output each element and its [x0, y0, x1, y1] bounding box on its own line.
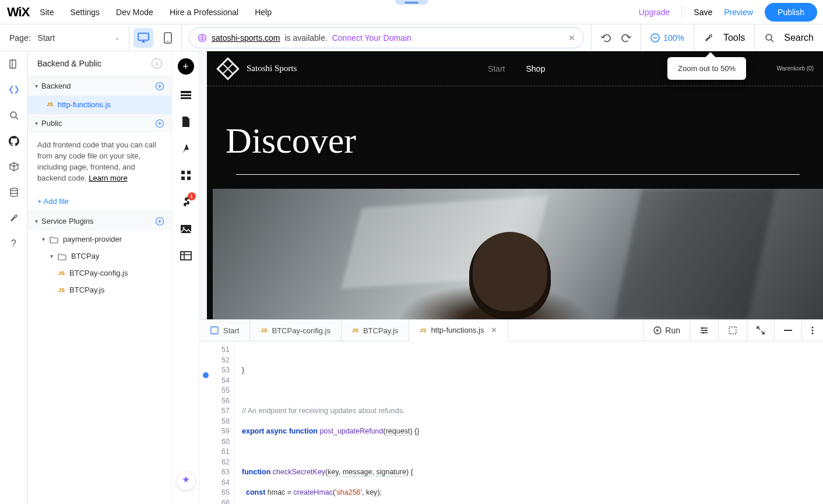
upgrade-link[interactable]: Upgrade — [639, 8, 670, 17]
folder-btcpay[interactable]: ▾ BTCPay — [28, 248, 171, 265]
tools-group[interactable]: Tools — [694, 24, 754, 51]
rail-code-icon[interactable] — [8, 84, 20, 96]
media-icon[interactable] — [180, 223, 192, 235]
my-business-icon[interactable]: 1 — [180, 196, 192, 209]
sections-icon[interactable] — [180, 89, 192, 101]
nav-start[interactable]: Start — [488, 64, 505, 73]
rail-tools-icon[interactable] — [8, 212, 20, 224]
apps-icon[interactable] — [180, 169, 192, 182]
rail-search-icon[interactable] — [8, 110, 20, 121]
code-content[interactable]: } // An endpoint for receiving updates a… — [235, 341, 823, 504]
add-plugin-icon[interactable] — [155, 217, 164, 227]
nav-shop[interactable]: Shop — [526, 64, 545, 73]
code-tab-start[interactable]: Start — [200, 320, 250, 341]
folder-payment-provider[interactable]: ▾ payment-provider — [28, 231, 171, 248]
zoom-out-icon — [650, 33, 660, 43]
preview-button[interactable]: Preview — [724, 8, 753, 17]
menu-settings[interactable]: Settings — [70, 8, 100, 17]
site-canvas[interactable]: Satoshi Sports Start Shop Warenkorb (0) … — [200, 51, 823, 319]
editor-add-rail: + 1 — [172, 51, 200, 504]
hero-title: Discover — [207, 86, 823, 174]
rail-database-icon[interactable] — [8, 186, 20, 198]
folder-icon — [50, 235, 58, 244]
minimize-icon[interactable] — [774, 320, 801, 341]
tab-label: http-functions.js — [431, 326, 484, 334]
hero-divider — [236, 174, 800, 175]
close-icon[interactable]: ✕ — [568, 33, 575, 43]
cms-icon[interactable] — [180, 249, 192, 262]
file-btcpay-js[interactable]: JS BTCPay.js — [28, 281, 171, 298]
svg-point-30 — [812, 330, 814, 332]
file-btcpay-config[interactable]: JS BTCPay-config.js — [28, 265, 171, 281]
menu-hire[interactable]: Hire a Professional — [170, 8, 238, 17]
pages-icon[interactable] — [180, 115, 192, 128]
svg-point-7 — [10, 112, 16, 118]
rail-pages-icon[interactable] — [8, 58, 20, 70]
code-tab-btcpay[interactable]: JS BTCPay.js — [342, 320, 409, 341]
svg-rect-14 — [181, 97, 191, 99]
rail-packages-icon[interactable] — [8, 161, 20, 172]
file-label: http-functions.js — [58, 100, 111, 109]
domain-pill[interactable]: satoshi-sports.com is available. Connect… — [189, 27, 584, 48]
code-format-icon[interactable] — [718, 320, 747, 341]
device-toggle — [129, 24, 182, 51]
chevron-down-icon: ▾ — [35, 83, 38, 89]
js-icon: JS — [420, 327, 426, 333]
cart-label[interactable]: Warenkorb (0) — [776, 65, 814, 72]
svg-point-24 — [702, 327, 704, 329]
public-section-header[interactable]: ▾ Public — [28, 114, 171, 133]
undo-button[interactable] — [601, 33, 611, 43]
file-http-functions[interactable]: JS http-functions.js — [28, 96, 171, 114]
rail-help-icon[interactable]: ? — [8, 238, 20, 249]
tab-label: BTCPay-config.js — [272, 326, 330, 335]
info-icon[interactable]: i — [152, 58, 162, 69]
breakpoint-icon[interactable] — [203, 372, 209, 378]
code-editor[interactable]: 5152535455565758596061626364656667 } // … — [200, 341, 823, 504]
desktop-view-button[interactable] — [133, 28, 153, 48]
top-menu: Site Settings Dev Mode Hire a Profession… — [40, 8, 272, 17]
zoom-tooltip: Zoom out to 50% — [667, 57, 746, 80]
close-tab-icon[interactable]: ✕ — [491, 326, 497, 334]
code-tab-http-functions[interactable]: JS http-functions.js ✕ — [409, 320, 508, 341]
expand-icon[interactable] — [747, 320, 774, 341]
rail-github-icon[interactable] — [8, 135, 20, 147]
wix-logo[interactable]: WiX — [7, 5, 29, 20]
menu-help[interactable]: Help — [255, 8, 272, 17]
line-gutter: 5152535455565758596061626364656667 — [212, 341, 235, 504]
menu-devmode[interactable]: Dev Mode — [116, 8, 153, 17]
hero-image — [213, 189, 823, 319]
add-backend-icon[interactable] — [155, 81, 164, 91]
learn-more-link[interactable]: Learn more — [89, 174, 127, 182]
breakpoint-gutter[interactable] — [200, 341, 212, 504]
publish-button[interactable]: Publish — [765, 3, 817, 22]
code-tab-btcpay-config[interactable]: JS BTCPay-config.js — [250, 320, 341, 341]
public-note: Add frontend code that you can call from… — [28, 133, 171, 191]
page-selector[interactable]: Page: Start ⌄ — [0, 24, 129, 51]
menu-site[interactable]: Site — [40, 8, 54, 17]
site-logo-icon[interactable] — [216, 57, 240, 80]
mobile-view-button[interactable] — [158, 28, 178, 48]
globe-icon — [198, 33, 207, 43]
redo-button[interactable] — [621, 33, 631, 43]
add-file-link[interactable]: + Add file — [28, 191, 171, 212]
domain-bar: satoshi-sports.com is available. Connect… — [182, 27, 591, 48]
service-plugins-header[interactable]: ▾ Service Plugins — [28, 212, 171, 231]
run-button[interactable]: Run — [643, 320, 690, 341]
svg-point-2 — [167, 41, 168, 42]
add-element-button[interactable]: + — [178, 58, 194, 75]
add-public-icon[interactable] — [155, 119, 164, 129]
zoom-control[interactable]: 100% — [641, 24, 694, 51]
connect-domain-link[interactable]: Connect Your Domain — [332, 33, 412, 43]
search-group[interactable]: Search — [754, 24, 823, 51]
more-icon[interactable] — [801, 320, 823, 341]
theme-icon[interactable] — [180, 142, 192, 155]
code-toolbar: Run — [643, 320, 823, 341]
workspace: ? Backend & Public i ▾ Backend JS http-f… — [0, 51, 823, 504]
backend-section-header[interactable]: ▾ Backend — [28, 76, 171, 96]
top-right: Upgrade Save Preview Publish — [639, 3, 817, 22]
top-notch-handle[interactable] — [395, 0, 428, 5]
code-settings-icon[interactable] — [690, 320, 718, 341]
design-stage[interactable]: Satoshi Sports Start Shop Warenkorb (0) … — [200, 51, 823, 319]
save-button[interactable]: Save — [694, 8, 712, 17]
ai-assistant-button[interactable] — [177, 471, 195, 490]
